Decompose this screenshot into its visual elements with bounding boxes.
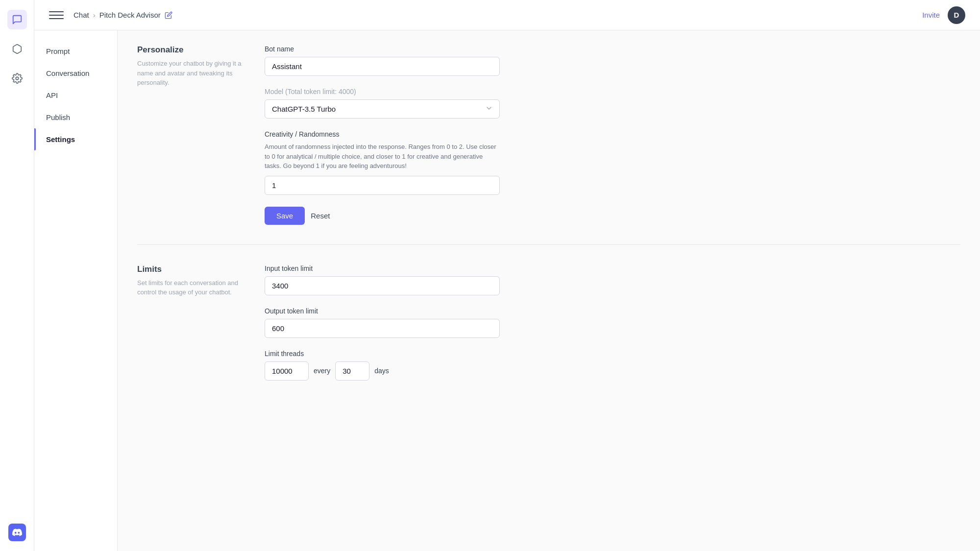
limits-title: Limits [137, 264, 245, 274]
model-label: Model (Total token limit: 4000) [265, 88, 500, 96]
limits-section: Limits Set limits for each conversation … [137, 264, 960, 412]
top-nav-right: Invite D [922, 6, 965, 24]
nav-item-api[interactable]: API [34, 84, 117, 106]
input-token-field-group: Input token limit [265, 264, 500, 295]
creativity-label: Creativity / Randomness [265, 130, 500, 138]
breadcrumb-root[interactable]: Chat [74, 11, 89, 19]
limits-section-right: Input token limit Output token limit Lim… [265, 264, 500, 392]
input-token-input[interactable] [265, 276, 500, 295]
bot-name-label: Bot name [265, 45, 500, 53]
top-nav: Chat › Pitch Deck Advisor Invite D [34, 0, 980, 30]
settings-nav-icon[interactable] [7, 69, 27, 88]
personalize-section-right: Bot name Model (Total token limit: 4000)… [265, 45, 500, 225]
output-token-label: Output token limit [265, 307, 500, 315]
input-token-label: Input token limit [265, 264, 500, 272]
nav-item-conversation[interactable]: Conversation [34, 62, 117, 84]
main-area: Chat › Pitch Deck Advisor Invite D Promp… [34, 0, 980, 551]
invite-button[interactable]: Invite [922, 11, 940, 19]
creativity-input[interactable] [265, 176, 500, 195]
cube-nav-icon[interactable] [7, 39, 27, 59]
personalize-btn-row: Save Reset [265, 207, 500, 225]
limit-threads-days-input[interactable] [335, 361, 369, 381]
model-select-wrapper: ChatGPT-3.5 Turbo GPT-4 GPT-4 Turbo [265, 99, 500, 119]
reset-button[interactable]: Reset [311, 212, 330, 220]
bot-name-field-group: Bot name [265, 45, 500, 76]
content-area: PromptConversationAPIPublishSettings Per… [34, 30, 980, 551]
output-token-field-group: Output token limit [265, 307, 500, 338]
model-token-info: (Total token limit: 4000) [285, 88, 356, 96]
breadcrumb-current: Pitch Deck Advisor [99, 11, 161, 19]
nav-sidebar: PromptConversationAPIPublishSettings [34, 30, 118, 551]
chat-nav-icon[interactable] [7, 10, 27, 29]
page-content: Personalize Customize your chatbot by gi… [118, 30, 980, 551]
personalize-section-left: Personalize Customize your chatbot by gi… [137, 45, 245, 225]
save-button[interactable]: Save [265, 207, 305, 225]
breadcrumb: Chat › Pitch Deck Advisor [74, 11, 172, 19]
model-select[interactable]: ChatGPT-3.5 Turbo GPT-4 GPT-4 Turbo [265, 99, 500, 119]
limit-threads-every-label: every [314, 367, 330, 375]
hamburger-menu[interactable] [49, 8, 64, 23]
creativity-desc: Amount of randomness injected into the r… [265, 142, 500, 171]
bot-name-input[interactable] [265, 57, 500, 76]
personalize-section: Personalize Customize your chatbot by gi… [137, 45, 960, 245]
model-field-group: Model (Total token limit: 4000) ChatGPT-… [265, 88, 500, 119]
creativity-field-group: Creativity / Randomness Amount of random… [265, 130, 500, 195]
breadcrumb-separator: › [93, 11, 96, 19]
discord-icon[interactable] [8, 524, 26, 541]
output-token-input[interactable] [265, 319, 500, 338]
limits-desc: Set limits for each conversation and con… [137, 278, 245, 297]
nav-item-publish[interactable]: Publish [34, 106, 117, 128]
icon-sidebar [0, 0, 34, 551]
limit-threads-label: Limit threads [265, 350, 500, 358]
top-nav-left: Chat › Pitch Deck Advisor [49, 8, 172, 23]
nav-item-prompt[interactable]: Prompt [34, 40, 117, 62]
nav-item-settings[interactable]: Settings [34, 128, 117, 150]
personalize-title: Personalize [137, 45, 245, 55]
limit-threads-input[interactable] [265, 361, 309, 381]
edit-title-icon[interactable] [165, 11, 172, 19]
svg-point-0 [16, 77, 19, 80]
limits-section-left: Limits Set limits for each conversation … [137, 264, 245, 392]
limit-threads-field-group: Limit threads every days [265, 350, 500, 381]
limit-threads-days-label: days [374, 367, 389, 375]
personalize-desc: Customize your chatbot by giving it a na… [137, 59, 245, 88]
avatar[interactable]: D [948, 6, 965, 24]
limit-threads-row: every days [265, 361, 500, 381]
